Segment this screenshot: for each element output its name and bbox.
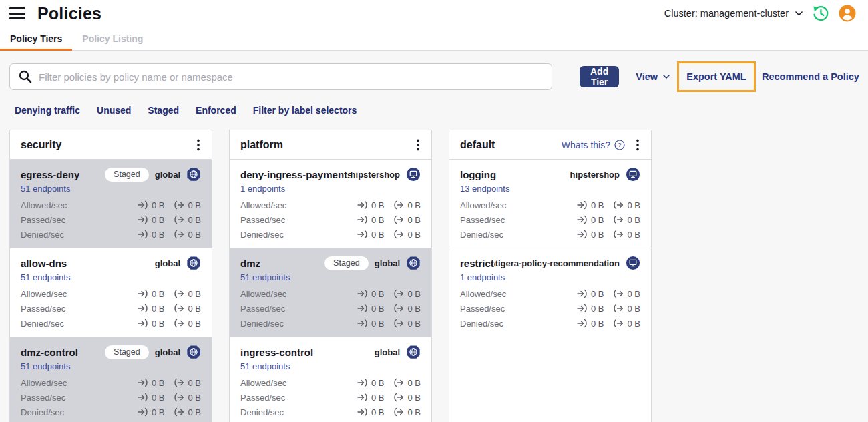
- policy-card-allow-dns[interactable]: allow-dns global 51 endpoints Allowed/se…: [10, 248, 212, 337]
- egress-bytes: 0 B: [393, 318, 421, 329]
- egress-arrow-icon: [393, 200, 404, 210]
- egress-arrow-icon: [393, 229, 404, 240]
- ingress-arrow-icon: [357, 214, 368, 225]
- egress-bytes: 0 B: [613, 229, 640, 240]
- hamburger-menu-icon[interactable]: [9, 7, 25, 19]
- top-bar: Policies Cluster: management-cluster: [0, 0, 868, 27]
- egress-bytes: 0 B: [613, 200, 640, 210]
- metric-label: Allowed/sec: [460, 289, 506, 299]
- tier-menu-kebab-icon[interactable]: [412, 138, 424, 152]
- filter-link-filter-by-label-selectors[interactable]: Filter by label selectors: [253, 105, 357, 116]
- export-yaml-button[interactable]: Export YAML: [686, 71, 746, 82]
- ingress-arrow-icon: [138, 377, 148, 388]
- egress-arrow-icon: [174, 200, 184, 210]
- metric-row-allowed-sec: Allowed/sec0 B0 B: [240, 375, 421, 390]
- policy-name: deny-ingress-paymentservi...: [240, 169, 351, 180]
- metric-row-denied-sec: Denied/sec0 B0 B: [21, 316, 201, 331]
- policy-name: logging: [460, 169, 496, 180]
- recommend-policy-button[interactable]: Recommend a Policy: [762, 71, 859, 82]
- user-avatar[interactable]: [839, 5, 856, 22]
- tier-header: default Whats this? ?: [449, 130, 651, 159]
- ingress-bytes: 0 B: [577, 214, 604, 225]
- endpoints-link[interactable]: 51 endpoints: [21, 184, 70, 194]
- ingress-arrow-icon: [577, 318, 588, 329]
- ingress-arrow-icon: [138, 229, 148, 240]
- egress-bytes: 0 B: [393, 303, 421, 314]
- policy-name: egress-deny: [21, 169, 79, 180]
- metric-label: Passed/sec: [21, 393, 65, 403]
- ingress-bytes: 0 B: [357, 407, 385, 417]
- filter-link-enforced[interactable]: Enforced: [196, 105, 236, 116]
- ingress-bytes: 0 B: [577, 200, 604, 210]
- egress-bytes: 0 B: [393, 407, 421, 417]
- egress-arrow-icon: [613, 229, 624, 240]
- tier-column-platform: platform ? deny-ingress-paymentse: [229, 130, 432, 422]
- search-input[interactable]: [39, 71, 544, 83]
- policy-card-dmz[interactable]: dmz Staged global 51 endpoints Allowed/s…: [230, 248, 431, 337]
- metric-row-denied-sec: Denied/sec0 B0 B: [21, 405, 201, 419]
- ingress-arrow-icon: [577, 214, 588, 225]
- staged-badge: Staged: [105, 168, 149, 182]
- add-tier-button[interactable]: Add Tier: [580, 66, 619, 87]
- metric-label: Denied/sec: [460, 319, 503, 329]
- metric-row-denied-sec: Denied/sec0 B0 B: [460, 227, 640, 242]
- endpoints-link[interactable]: 1 endpoints: [460, 272, 505, 282]
- endpoints-link[interactable]: 51 endpoints: [21, 361, 70, 371]
- policy-card-deny-ingress-paymentservi-[interactable]: deny-ingress-paymentservi... hipstershop…: [230, 159, 431, 248]
- metric-row-denied-sec: Denied/sec0 B0 B: [21, 227, 201, 242]
- ingress-bytes: 0 B: [357, 377, 385, 388]
- metric-label: Denied/sec: [21, 407, 64, 417]
- egress-bytes: 0 B: [174, 392, 201, 403]
- ingress-arrow-icon: [357, 377, 368, 388]
- ingress-arrow-icon: [357, 288, 368, 299]
- endpoints-link[interactable]: 51 endpoints: [21, 272, 70, 282]
- ingress-arrow-icon: [577, 303, 588, 314]
- cluster-selector[interactable]: Cluster: management-cluster: [664, 8, 803, 19]
- ingress-arrow-icon: [577, 229, 588, 240]
- policy-card-egress-deny[interactable]: egress-deny Staged global 51 endpoints A…: [10, 159, 212, 248]
- policy-card-dmz-control[interactable]: dmz-control Staged global 51 endpoints A…: [10, 337, 212, 422]
- tier-title: default: [460, 139, 495, 151]
- view-dropdown[interactable]: View: [636, 71, 670, 82]
- filter-link-denying-traffic[interactable]: Denying traffic: [15, 105, 80, 116]
- metric-label: Allowed/sec: [240, 289, 286, 299]
- ingress-arrow-icon: [357, 318, 368, 329]
- endpoints-link[interactable]: 1 endpoints: [240, 184, 285, 194]
- egress-arrow-icon: [613, 318, 624, 329]
- endpoints-link[interactable]: 13 endpoints: [460, 184, 509, 194]
- history-icon[interactable]: [812, 5, 829, 22]
- tier-help-link[interactable]: Whats this? ?: [562, 140, 625, 150]
- endpoints-link[interactable]: 51 endpoints: [240, 272, 290, 282]
- tab-policy-tiers[interactable]: Policy Tiers: [0, 27, 72, 50]
- tier-column-default: default Whats this? ? logging: [449, 130, 652, 422]
- egress-arrow-icon: [174, 303, 184, 314]
- metric-label: Passed/sec: [240, 215, 285, 225]
- scope-icon: [186, 256, 201, 270]
- ingress-bytes: 0 B: [138, 377, 165, 388]
- ingress-arrow-icon: [138, 214, 148, 225]
- egress-arrow-icon: [174, 214, 184, 225]
- tier-menu-kebab-icon[interactable]: [632, 138, 644, 152]
- policy-card-logging[interactable]: logging hipstershop 13 endpoints Allowed…: [449, 159, 651, 248]
- metric-label: Passed/sec: [460, 215, 505, 225]
- egress-arrow-icon: [393, 318, 404, 329]
- policy-scope-label: hipstershop: [570, 170, 620, 180]
- metric-row-passed-sec: Passed/sec0 B0 B: [460, 212, 640, 227]
- metric-row-allowed-sec: Allowed/sec0 B0 B: [240, 198, 421, 212]
- filter-link-staged[interactable]: Staged: [148, 105, 179, 116]
- tab-policy-listing[interactable]: Policy Listing: [72, 27, 153, 50]
- metric-row-denied-sec: Denied/sec0 B0 B: [460, 316, 640, 331]
- metric-label: Denied/sec: [240, 230, 284, 240]
- tier-menu-kebab-icon[interactable]: [192, 138, 204, 152]
- filter-link-unused[interactable]: Unused: [97, 105, 131, 116]
- endpoints-link[interactable]: 51 endpoints: [240, 361, 290, 371]
- metric-row-allowed-sec: Allowed/sec0 B0 B: [460, 198, 640, 212]
- metric-row-allowed-sec: Allowed/sec0 B0 B: [21, 198, 201, 212]
- policy-card-ingress-control[interactable]: ingress-control global 51 endpoints Allo…: [230, 337, 431, 422]
- ingress-bytes: 0 B: [357, 229, 385, 240]
- policy-name: ingress-control: [240, 347, 313, 358]
- policy-card-restricted[interactable]: restricted tigera-policy-recommendation …: [449, 248, 651, 337]
- ingress-arrow-icon: [138, 407, 148, 417]
- ingress-arrow-icon: [138, 392, 148, 403]
- metric-label: Allowed/sec: [21, 378, 67, 388]
